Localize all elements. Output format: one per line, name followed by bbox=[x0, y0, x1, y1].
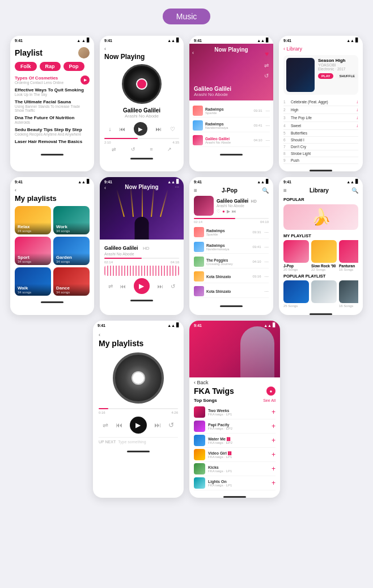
playlist-card-walk[interactable]: Walk 34 songs bbox=[15, 267, 51, 296]
jpop-dur-1: 03:31 bbox=[252, 230, 261, 234]
menu-icon-8[interactable]: ≡ bbox=[283, 187, 287, 194]
heart-icon[interactable]: ♡ bbox=[170, 126, 175, 132]
track-7[interactable]: 7 Don't Cry bbox=[283, 144, 358, 150]
tag-rap[interactable]: Rap bbox=[40, 62, 61, 71]
track-3[interactable]: 3 The Pop Life ↓ bbox=[283, 114, 358, 122]
pop-pl-thumb-2[interactable] bbox=[311, 280, 337, 308]
next-7[interactable]: ⏭ bbox=[232, 209, 236, 214]
more-icon-1[interactable]: ··· bbox=[265, 108, 270, 114]
add-song-5[interactable]: + bbox=[272, 465, 275, 473]
repeat-btn[interactable]: ↺ bbox=[264, 70, 269, 80]
tag-pop[interactable]: Pop bbox=[63, 62, 84, 71]
add-song-4[interactable]: + bbox=[272, 451, 275, 459]
fka-song-5[interactable]: Kicks FKA twigs · LP1 + bbox=[194, 462, 275, 476]
back-fka[interactable]: ‹ Back bbox=[194, 380, 209, 385]
shuffle-btn[interactable]: ⇌ bbox=[264, 60, 269, 70]
shuffle-album-btn[interactable]: SHUFFLE bbox=[336, 73, 358, 79]
add-song-3[interactable]: + bbox=[272, 436, 275, 444]
tag-folk[interactable]: Folk bbox=[15, 62, 37, 71]
next-concert[interactable]: ⏭ bbox=[158, 283, 163, 289]
jpop-dots-1[interactable]: ··· bbox=[264, 229, 269, 235]
playlist-card-garden[interactable]: Garden 34 songs bbox=[53, 237, 90, 265]
fka-song-6[interactable]: Lights On FKA twigs · LP1 + bbox=[194, 476, 275, 490]
fka-song-3[interactable]: Water Me 🅴 FKA twigs · EP2 + bbox=[194, 434, 275, 448]
repeat-player[interactable]: ↺ bbox=[168, 421, 174, 429]
my-pl-thumb-2[interactable]: Slow Rock '90 22 Songs bbox=[311, 240, 337, 271]
user-avatar[interactable] bbox=[78, 47, 90, 58]
heart-btn[interactable]: ♥ bbox=[265, 48, 269, 58]
prev-icon[interactable]: ⏮ bbox=[120, 126, 125, 132]
track-4[interactable]: 4 Sweet ↓ bbox=[283, 122, 358, 130]
now-playing-title: Now Playing bbox=[104, 53, 179, 61]
prev-concert[interactable]: ⏮ bbox=[120, 283, 126, 289]
shuffle-concert[interactable]: ⇌ bbox=[108, 283, 113, 289]
download-icon[interactable]: ↓ bbox=[108, 126, 111, 132]
my-pl-thumb-1[interactable]: J-Pop 20 Songs bbox=[283, 240, 309, 271]
type-placeholder[interactable]: Type something bbox=[118, 440, 178, 444]
playlist-card-relax[interactable]: Relax 24 songs bbox=[15, 206, 51, 234]
playlist-card-work[interactable]: Work 34 songs bbox=[53, 206, 90, 234]
back-pink-btn[interactable]: ‹ Library bbox=[283, 46, 302, 52]
jpop-song-1[interactable]: Radwimps Sparkle 03:31 ··· bbox=[194, 226, 269, 239]
back-btn-9[interactable]: ‹ bbox=[99, 332, 178, 338]
menu-icon[interactable]: ≡ bbox=[194, 187, 197, 194]
fka-song-4[interactable]: Video Girl 🅴 FKA twigs · LP1 + bbox=[194, 448, 275, 462]
fka-song-1[interactable]: Two Weeks FKA twigs · LP1 + bbox=[194, 405, 275, 419]
list-icon[interactable]: ≡ bbox=[150, 146, 152, 152]
pop-pl-songs-3: 16 Songs bbox=[339, 304, 358, 308]
back-btn-5[interactable]: ‹ bbox=[15, 187, 90, 193]
playlist-card-sport[interactable]: Sport 34 songs bbox=[15, 237, 51, 265]
my-pl-thumb-3[interactable]: Panturan 16 Songs bbox=[339, 240, 358, 271]
track-2[interactable]: 2 High ↓ bbox=[283, 106, 358, 114]
more-icon-3[interactable]: ··· bbox=[265, 137, 270, 143]
track-9[interactable]: 9 Push bbox=[283, 157, 358, 164]
jpop-song-4[interactable]: Kota Shinzato 03:16 ··· bbox=[194, 270, 269, 283]
play-7[interactable]: ▶ bbox=[227, 209, 230, 214]
play-concert[interactable]: ▶ bbox=[134, 278, 150, 294]
track-8[interactable]: 8 Strobe Light bbox=[283, 150, 358, 157]
jpop-dots-5[interactable]: ··· bbox=[264, 288, 269, 294]
heart-7[interactable]: ♡ bbox=[217, 209, 221, 214]
play-album-btn[interactable]: PLAY bbox=[318, 73, 333, 79]
track-name-9: Push bbox=[291, 158, 358, 162]
back-btn-6[interactable]: ‹ bbox=[104, 185, 106, 191]
jpop-song-2[interactable]: Radwimps Nandemonaiya 03:41 ··· bbox=[194, 241, 269, 254]
search-icon-8[interactable]: 🔍 bbox=[351, 187, 358, 194]
add-song-1[interactable]: + bbox=[272, 408, 275, 416]
next-player[interactable]: ⏭ bbox=[154, 421, 161, 429]
play-player[interactable]: ▶ bbox=[130, 417, 147, 434]
pop-pl-thumb-3[interactable]: 16 Songs bbox=[339, 280, 358, 308]
pop-pl-thumb-1[interactable]: 25 Songs bbox=[283, 280, 309, 308]
see-all-btn[interactable]: See All bbox=[263, 398, 275, 402]
jpop-song-3[interactable]: The Peggies Crossing Journey 04:10 ··· bbox=[194, 255, 269, 268]
track-6[interactable]: 6 Should I bbox=[283, 137, 358, 144]
add-song-2[interactable]: + bbox=[272, 422, 275, 430]
comment-7[interactable]: ● bbox=[222, 209, 225, 214]
song-info-3: Galileo Galilei Arashi No Abode bbox=[205, 137, 251, 144]
pop-pl-img-2 bbox=[311, 280, 337, 303]
add-song-6[interactable]: + bbox=[272, 479, 275, 487]
jpop-dots-2[interactable]: ··· bbox=[264, 244, 269, 250]
track-1[interactable]: 1 Celebrate (Feat. Agge) ↓ bbox=[283, 98, 358, 106]
shuffle-player[interactable]: ⇌ bbox=[103, 421, 108, 429]
more-icon-6[interactable]: ··· bbox=[175, 184, 179, 190]
play-icon-1[interactable]: ▶ bbox=[80, 75, 90, 85]
share-icon[interactable]: ↗ bbox=[167, 146, 172, 152]
playlist-card-dance[interactable]: Dance 34 songs bbox=[53, 267, 90, 296]
fka-song-2[interactable]: Papi Pacify FKA twigs · EP2 + bbox=[194, 419, 275, 434]
back-btn-3[interactable]: ‹ bbox=[192, 47, 194, 57]
search-icon-7[interactable]: 🔍 bbox=[262, 187, 269, 194]
prev-player[interactable]: ⏮ bbox=[116, 421, 122, 429]
back-button-2[interactable]: ‹ bbox=[104, 46, 179, 52]
music-badge[interactable]: Music bbox=[163, 9, 211, 24]
jpop-dots-4[interactable]: ··· bbox=[264, 274, 269, 279]
jpop-song-5[interactable]: Kota Shinzato ··· bbox=[194, 285, 269, 298]
track-5[interactable]: 5 Butterflies bbox=[283, 130, 358, 137]
play-pause-button[interactable]: ▶ bbox=[134, 122, 147, 136]
repeat-concert[interactable]: ↺ bbox=[171, 283, 175, 289]
more-icon-2[interactable]: ··· bbox=[265, 123, 270, 128]
jpop-dots-3[interactable]: ··· bbox=[264, 259, 269, 264]
repeat-icon[interactable]: ↺ bbox=[131, 146, 135, 152]
next-icon[interactable]: ⏭ bbox=[156, 126, 162, 132]
shuffle-icon[interactable]: ⇌ bbox=[112, 146, 116, 152]
